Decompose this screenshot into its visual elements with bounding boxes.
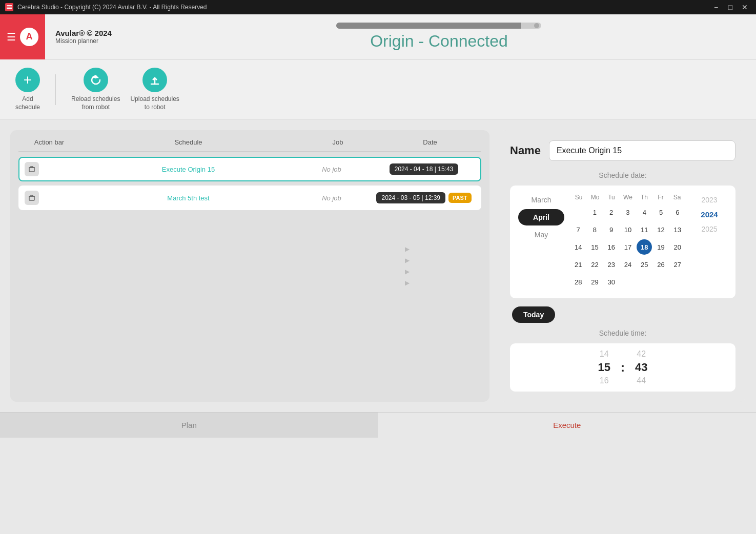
scroll-arrow-down[interactable]: ▶: [405, 269, 410, 275]
schedule-time-label: Schedule time:: [510, 329, 735, 337]
row-action: [25, 191, 86, 205]
name-field-label: Name: [510, 144, 541, 157]
svg-rect-0: [7, 5, 12, 6]
cal-day[interactable]: 15: [587, 239, 602, 255]
scroll-arrow-down2[interactable]: ▶: [405, 280, 410, 286]
hamburger-icon[interactable]: ☰: [7, 31, 16, 43]
hour-prev: 14: [600, 350, 609, 359]
maximize-button[interactable]: □: [724, 1, 737, 13]
cal-day[interactable]: 12: [653, 222, 669, 237]
cal-day[interactable]: 6: [670, 204, 685, 220]
table-header: Action bar Schedule Job Date: [18, 138, 481, 152]
app-brand: Avular® © 2024 Mission planner: [45, 29, 122, 45]
table-row[interactable]: Execute Origin 15 No job 2024 - 04 - 18 …: [18, 157, 481, 181]
col-date-header: Date: [379, 138, 481, 146]
col-job-header: Job: [297, 138, 379, 146]
name-input[interactable]: [549, 140, 735, 161]
cal-day[interactable]: 3: [620, 204, 636, 220]
name-row: Name: [510, 140, 735, 161]
cal-day[interactable]: 8: [587, 222, 602, 237]
connection-indicator: [534, 23, 539, 28]
table-row[interactable]: March 5th test No job 2024 - 03 - 05 | 1…: [18, 186, 481, 210]
calendar-grid: Su Mo Tu We Th Fr Sa 1 2 3 4 5 6: [570, 194, 685, 290]
add-schedule-button[interactable]: + Addschedule: [15, 68, 40, 111]
cal-day[interactable]: 5: [653, 204, 669, 220]
cal-day[interactable]: 2: [604, 204, 619, 220]
scroll-arrow-up[interactable]: ▶: [405, 246, 410, 252]
upload-schedules-label: Upload schedulesto robot: [130, 95, 179, 111]
hour-next: 16: [600, 376, 609, 385]
reload-icon: [84, 68, 108, 92]
close-button[interactable]: ✕: [739, 1, 751, 13]
cal-day[interactable]: 13: [670, 222, 685, 237]
schedule-date: 2024 - 03 - 05 | 12:39 PAST: [373, 192, 475, 203]
cal-day[interactable]: 19: [653, 239, 669, 255]
cal-day[interactable]: 25: [637, 257, 652, 272]
cal-day[interactable]: 30: [604, 274, 619, 290]
cal-header-mo: Mo: [587, 194, 603, 201]
cal-day-today[interactable]: 18: [637, 239, 652, 255]
cal-header-we: We: [620, 194, 636, 201]
title-bar-controls[interactable]: − □ ✕: [710, 1, 751, 13]
toolbar: + Addschedule Reload schedulesfrom robot…: [0, 59, 756, 120]
minimize-button[interactable]: −: [710, 1, 722, 13]
cal-day[interactable]: 17: [620, 239, 636, 255]
year-2025[interactable]: 2025: [691, 223, 727, 235]
title-connected: - Connected: [418, 32, 507, 50]
cal-day[interactable]: 7: [570, 222, 586, 237]
cal-day[interactable]: 1: [587, 204, 602, 220]
delete-button[interactable]: [25, 191, 39, 205]
execute-button[interactable]: Execute: [378, 413, 757, 438]
row-action: [25, 162, 86, 176]
hour-current[interactable]: 15: [598, 361, 610, 374]
cal-day[interactable]: 10: [620, 222, 636, 237]
month-may[interactable]: May: [518, 229, 564, 241]
cal-header-fr: Fr: [652, 194, 669, 201]
svg-rect-2: [7, 8, 12, 9]
cal-header-sa: Sa: [669, 194, 685, 201]
hour-column: 14 15 16: [598, 350, 610, 385]
cal-day[interactable]: 16: [604, 239, 619, 255]
minute-current[interactable]: 43: [635, 361, 647, 374]
schedule-date: 2024 - 04 - 18 | 15:43: [373, 163, 475, 175]
schedule-job: No job: [291, 166, 373, 173]
date-badge: 2024 - 04 - 18 | 15:43: [390, 163, 459, 175]
bottom-bar: Plan Execute: [0, 412, 756, 438]
cal-day[interactable]: 21: [570, 257, 586, 272]
delete-button[interactable]: [25, 162, 39, 176]
cal-header: Su Mo Tu We Th Fr Sa: [570, 194, 685, 201]
plan-label: Plan: [181, 421, 197, 429]
upload-icon: [142, 68, 167, 92]
cal-day[interactable]: 28: [570, 274, 586, 290]
cal-day[interactable]: 26: [653, 257, 669, 272]
cal-day[interactable]: 14: [570, 239, 586, 255]
cal-day[interactable]: 11: [637, 222, 652, 237]
title-origin: Origin: [370, 32, 414, 50]
plan-button[interactable]: Plan: [0, 413, 378, 438]
today-button[interactable]: Today: [512, 306, 555, 323]
toolbar-divider: [55, 74, 56, 105]
cal-day[interactable]: 29: [587, 274, 602, 290]
title-bar-text: Cerebra Studio - Copyright (C) 2024 Avul…: [17, 4, 207, 11]
cal-day[interactable]: 24: [620, 257, 636, 272]
cal-day[interactable]: 9: [604, 222, 619, 237]
cal-day[interactable]: 20: [670, 239, 685, 255]
cal-day[interactable]: 22: [587, 257, 602, 272]
app-title: Origin - Connected: [122, 32, 756, 51]
cal-day[interactable]: 27: [670, 257, 685, 272]
scroll-arrow-up2[interactable]: ▶: [405, 257, 410, 263]
brand-name: Avular® © 2024: [55, 29, 112, 37]
cal-day[interactable]: 4: [637, 204, 652, 220]
minute-prev: 42: [637, 350, 646, 359]
year-2024[interactable]: 2024: [691, 208, 727, 221]
connection-bar-fill: [336, 23, 521, 29]
year-2023[interactable]: 2023: [691, 194, 727, 206]
upload-schedules-button[interactable]: Upload schedulesto robot: [130, 68, 179, 111]
month-april[interactable]: April: [518, 209, 564, 225]
reload-schedules-button[interactable]: Reload schedulesfrom robot: [71, 68, 120, 111]
add-schedule-icon: +: [15, 68, 40, 92]
execute-label: Execute: [553, 421, 581, 429]
month-march[interactable]: March: [518, 194, 564, 206]
schedule-list-panel: Action bar Schedule Job Date Execute Ori…: [10, 130, 489, 402]
cal-day[interactable]: 23: [604, 257, 619, 272]
